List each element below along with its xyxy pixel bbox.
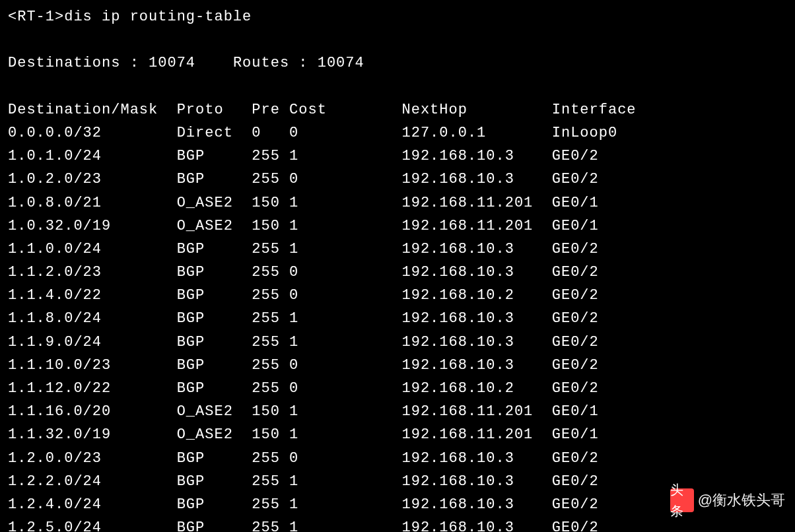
destinations-value: 10074 [149, 55, 195, 71]
table-row: 1.0.1.0/24 BGP 255 1 192.168.10.3 GE0/2 [8, 145, 787, 168]
table-row: 1.1.32.0/19 O_ASE2 150 1 192.168.11.201 … [8, 423, 787, 446]
command-text: dis ip routing-table [64, 9, 252, 25]
table-row: 1.0.32.0/19 O_ASE2 150 1 192.168.11.201 … [8, 215, 787, 238]
table-row: 1.1.10.0/23 BGP 255 0 192.168.10.3 GE0/2 [8, 354, 787, 377]
table-row: 1.2.0.0/23 BGP 255 0 192.168.10.3 GE0/2 [8, 447, 787, 470]
table-row: 1.1.0.0/24 BGP 255 1 192.168.10.3 GE0/2 [8, 238, 787, 261]
watermark: 头条 @衡水铁头哥 [670, 488, 785, 512]
blank-line [8, 28, 787, 51]
summary-line: Destinations : 10074 Routes : 10074 [8, 51, 787, 75]
table-row: 1.0.8.0/21 O_ASE2 150 1 192.168.11.201 G… [8, 191, 787, 215]
table-row: 1.1.9.0/24 BGP 255 1 192.168.10.3 GE0/2 [8, 331, 787, 354]
table-row: 1.0.2.0/23 BGP 255 0 192.168.10.3 GE0/2 [8, 168, 787, 191]
table-row: 1.1.2.0/23 BGP 255 0 192.168.10.3 GE0/2 [8, 261, 787, 284]
watermark-logo-icon: 头条 [670, 488, 694, 512]
blank-line [8, 75, 787, 98]
table-body: 0.0.0.0/32 Direct 0 0 127.0.0.1 InLoop01… [8, 121, 787, 532]
watermark-text: @衡水铁头哥 [698, 488, 785, 512]
routes-label: Routes : [233, 55, 318, 71]
prompt: <RT-1> [8, 9, 64, 25]
destinations-label: Destinations : [8, 55, 149, 71]
table-row: 1.1.4.0/22 BGP 255 0 192.168.10.2 GE0/2 [8, 284, 787, 307]
table-row: 1.1.16.0/20 O_ASE2 150 1 192.168.11.201 … [8, 400, 787, 423]
table-row: 1.1.8.0/24 BGP 255 1 192.168.10.3 GE0/2 [8, 307, 787, 330]
command-line: <RT-1>dis ip routing-table [8, 5, 787, 28]
table-header-row: Destination/Mask Proto Pre Cost NextHop … [8, 98, 787, 121]
routes-value: 10074 [318, 55, 364, 71]
table-row: 0.0.0.0/32 Direct 0 0 127.0.0.1 InLoop0 [8, 121, 787, 145]
terminal-output: <RT-1>dis ip routing-table Destinations … [8, 5, 787, 532]
table-row: 1.1.12.0/22 BGP 255 0 192.168.10.2 GE0/2 [8, 377, 787, 400]
